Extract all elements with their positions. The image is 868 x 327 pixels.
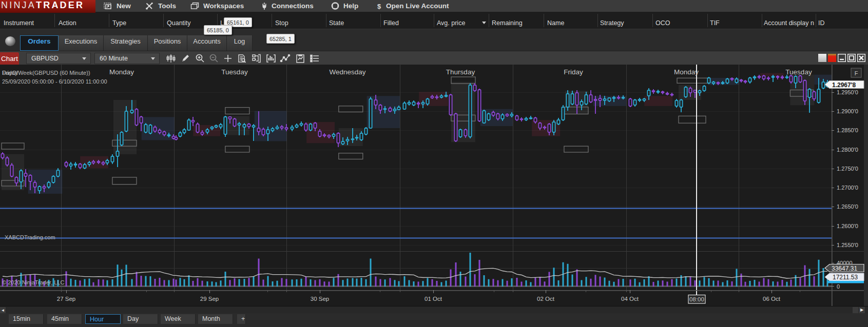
svg-text:$: $ bbox=[377, 3, 381, 10]
svg-text:1.2750'0: 1.2750'0 bbox=[837, 166, 858, 172]
svg-text:1.2950'0: 1.2950'0 bbox=[837, 89, 858, 95]
svg-text:02 Oct: 02 Oct bbox=[537, 296, 555, 302]
svg-text:Monday: Monday bbox=[109, 68, 134, 76]
svg-text:Friday: Friday bbox=[2, 70, 18, 76]
svg-text:© 2020 NinjaTrader, LLC: © 2020 NinjaTrader, LLC bbox=[2, 279, 64, 285]
svg-text:Friday: Friday bbox=[564, 68, 583, 76]
svg-text:Monday: Monday bbox=[674, 68, 699, 76]
svg-text:06 Oct: 06 Oct bbox=[763, 296, 781, 302]
svg-text:1.2700'0: 1.2700'0 bbox=[837, 185, 858, 191]
svg-text:0: 0 bbox=[837, 283, 840, 290]
svg-text:1.2967'8: 1.2967'8 bbox=[832, 81, 856, 89]
svg-text:27 Sep: 27 Sep bbox=[57, 296, 75, 302]
svg-text:1.2600'0: 1.2600'0 bbox=[837, 223, 858, 229]
svg-text:1.2900'0: 1.2900'0 bbox=[837, 108, 858, 114]
svg-text:Tuesday: Tuesday bbox=[221, 68, 248, 76]
svg-text:29 Sep: 29 Sep bbox=[200, 296, 219, 302]
svg-text:F: F bbox=[855, 70, 858, 76]
svg-text:01 Oct: 01 Oct bbox=[425, 296, 442, 302]
svg-text:17211.53: 17211.53 bbox=[833, 274, 858, 281]
svg-text:Wednesday: Wednesday bbox=[329, 68, 365, 76]
svg-text:1.2850'0: 1.2850'0 bbox=[837, 127, 858, 133]
svg-text:1.2650'0: 1.2650'0 bbox=[837, 203, 858, 210]
svg-text:30 Sep: 30 Sep bbox=[311, 296, 329, 302]
svg-text:XABCDTrading.com: XABCDTrading.com bbox=[5, 234, 55, 240]
svg-text:04 Oct: 04 Oct bbox=[621, 296, 639, 302]
svg-text:33647.31: 33647.31 bbox=[832, 265, 857, 272]
svg-text:1.2550'0: 1.2550'0 bbox=[837, 242, 858, 248]
svg-text:25/09/2020 05:00:00 - 6/10/202: 25/09/2020 05:00:00 - 6/10/2020 11:00:00 bbox=[2, 78, 107, 85]
svg-text:Thursday: Thursday bbox=[446, 68, 475, 76]
svg-text:08:00: 08:00 bbox=[689, 296, 704, 302]
svg-text:Tuesday: Tuesday bbox=[785, 68, 812, 76]
svg-text:1.2800'0: 1.2800'0 bbox=[837, 147, 858, 153]
